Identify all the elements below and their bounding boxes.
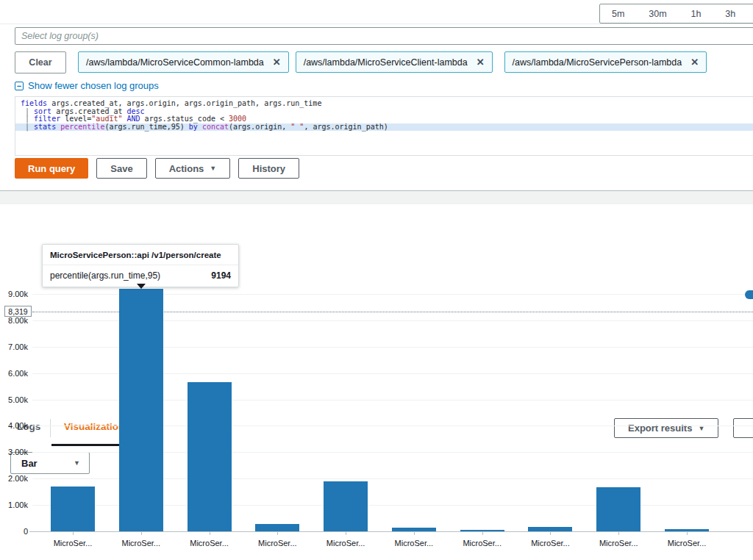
show-fewer-log-groups-link[interactable]: − Show fewer chosen log groups xyxy=(15,80,159,91)
log-group-chip: /aws/lambda/MicroServiceCommon-lambda ✕ xyxy=(78,51,289,73)
code-token: AND xyxy=(127,115,140,123)
x-axis-tick xyxy=(482,532,483,535)
chip-label: /aws/lambda/MicroServiceClient-lambda xyxy=(304,57,468,68)
code-token: concat xyxy=(202,123,229,131)
y-axis-tick-label: 9.00k xyxy=(0,290,28,298)
query-line-highlighted: | stats percentile(args.run_time,95) by … xyxy=(15,123,753,132)
hover-crosshair-value-label: 8,319 xyxy=(4,306,32,317)
x-axis-tick xyxy=(73,532,74,535)
code-token: filter xyxy=(34,115,60,123)
bar[interactable] xyxy=(596,487,640,531)
x-axis-line xyxy=(29,531,753,532)
bar[interactable] xyxy=(460,530,504,531)
y-axis-tick-label: 5.00k xyxy=(0,395,28,404)
save-button[interactable]: Save xyxy=(96,158,146,179)
actions-button[interactable]: Actions ▼ xyxy=(155,158,231,179)
code-token: (args.run_time,95) xyxy=(104,123,188,131)
bar[interactable] xyxy=(119,289,163,531)
y-axis-tick-label: 6.00k xyxy=(0,369,28,378)
section-divider xyxy=(0,190,753,204)
caret-down-icon: ▼ xyxy=(210,165,216,172)
collapse-minus-icon: − xyxy=(15,82,24,90)
x-axis-tick-label: MicroSer... xyxy=(243,539,311,548)
time-range-3h[interactable]: 3h xyxy=(725,9,735,19)
bar[interactable] xyxy=(324,481,368,531)
code-token: stats xyxy=(34,123,56,131)
x-axis-tick-label: MicroSer... xyxy=(585,539,652,548)
code-token: args.created_at, args.origin, args.origi… xyxy=(47,99,321,107)
query-editor[interactable]: fields args.created_at, args.origin, arg… xyxy=(15,96,753,156)
bar[interactable] xyxy=(255,524,299,531)
code-token: (args.origin, xyxy=(229,123,290,131)
x-axis-tick-label: MicroSer... xyxy=(653,539,721,548)
code-token: desc xyxy=(127,107,145,115)
top-time-bar: 5m 30m 1h 3h 12h xyxy=(0,0,753,24)
chart-area: 9.00k8.00k7.00k6.00k5.00k4.00k3.00k2.00k… xyxy=(0,279,753,560)
chip-label: /aws/lambda/MicroServiceCommon-lambda xyxy=(86,57,264,68)
x-axis-tick xyxy=(414,532,415,535)
close-icon[interactable]: ✕ xyxy=(477,57,485,68)
log-group-chip: /aws/lambda/MicroServicePerson-lambda ✕ xyxy=(504,51,707,73)
x-axis-tick xyxy=(346,532,346,535)
tooltip-title: MicroServicePerson::api /v1/person/creat… xyxy=(43,245,238,265)
x-axis-tick-label: MicroSer... xyxy=(516,539,584,548)
bar[interactable] xyxy=(392,528,436,531)
tooltip-pointer-icon xyxy=(137,284,146,289)
code-token: "audit" xyxy=(91,115,122,123)
x-axis-tick xyxy=(277,532,278,535)
time-range-30m[interactable]: 30m xyxy=(649,9,666,19)
code-token: args.created_at xyxy=(51,107,126,115)
query-buttons-row: Run query Save Actions ▼ History xyxy=(15,158,299,179)
tooltip-metric: percentile(args.run_time,95) xyxy=(50,270,160,281)
close-icon[interactable]: ✕ xyxy=(273,57,281,68)
code-token: sort xyxy=(34,107,51,115)
y-axis-tick-label: 7.00k xyxy=(0,342,28,351)
chart-tooltip: MicroServicePerson::api /v1/person/creat… xyxy=(42,244,239,287)
code-token: , args.origin_path) xyxy=(304,123,388,131)
code-token: | xyxy=(21,115,34,123)
y-axis-tick-label: 3.00k xyxy=(0,448,28,456)
x-axis-tick-label: MicroSer... xyxy=(176,539,243,548)
clear-button[interactable]: Clear xyxy=(15,51,66,73)
run-query-button[interactable]: Run query xyxy=(15,158,88,179)
code-token: fields xyxy=(21,99,47,107)
time-range-5m[interactable]: 5m xyxy=(612,9,624,19)
x-axis-tick xyxy=(141,532,142,535)
code-token: by xyxy=(189,123,198,131)
log-group-chip: /aws/lambda/MicroServiceClient-lambda ✕ xyxy=(296,51,493,73)
history-button[interactable]: History xyxy=(238,158,299,179)
close-icon[interactable]: ✕ xyxy=(690,57,699,68)
chip-label: /aws/lambda/MicroServicePerson-lambda xyxy=(513,57,682,68)
bar[interactable] xyxy=(188,382,232,531)
code-token: " " xyxy=(290,123,304,131)
x-axis-tick xyxy=(687,532,688,535)
bar[interactable] xyxy=(528,527,572,531)
bar[interactable] xyxy=(665,529,709,531)
code-token: level= xyxy=(60,115,91,123)
y-axis-tick-label: 0 xyxy=(0,527,28,536)
code-token: args.status_code < xyxy=(140,115,229,123)
tooltip-value: 9194 xyxy=(211,270,231,281)
time-range-1h[interactable]: 1h xyxy=(691,9,702,19)
x-axis-tick xyxy=(618,532,619,535)
code-token: percentile xyxy=(60,123,104,131)
x-axis-tick-label: MicroSer... xyxy=(107,539,175,548)
time-range-selector: 5m 30m 1h 3h 12h xyxy=(599,4,753,24)
legend-series-marker[interactable] xyxy=(745,290,753,299)
cloudwatch-logs-insights-page: 5m 30m 1h 3h 12h Clear /aws/lambda/Micro… xyxy=(0,0,753,560)
x-axis-tick-label: MicroSer... xyxy=(449,539,516,548)
code-token: | xyxy=(21,107,34,115)
bar[interactable] xyxy=(51,487,95,531)
log-group-select-input[interactable] xyxy=(15,27,753,45)
code-token: 3000 xyxy=(229,115,246,123)
code-token: | xyxy=(21,123,34,131)
y-axis-tick-label: 8.00k xyxy=(0,316,28,325)
actions-label: Actions xyxy=(169,163,204,174)
y-axis-tick-label: 1.00k xyxy=(0,500,28,509)
show-fewer-label: Show fewer chosen log groups xyxy=(28,80,159,91)
x-axis-tick-label: MicroSer... xyxy=(39,539,107,548)
log-group-chips-row: Clear /aws/lambda/MicroServiceCommon-lam… xyxy=(15,51,707,73)
x-axis-tick xyxy=(210,532,210,535)
x-axis-tick-label: MicroSer... xyxy=(380,539,448,548)
y-axis-tick-label: 2.00k xyxy=(0,474,28,483)
